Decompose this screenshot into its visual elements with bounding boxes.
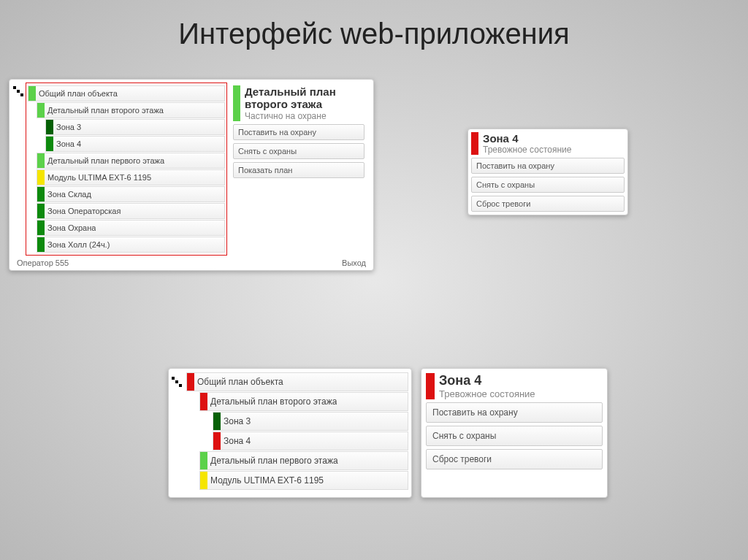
status-stripe <box>200 393 207 410</box>
action-disarm[interactable]: Снять с охраны <box>233 143 365 159</box>
status-stripe <box>200 452 207 469</box>
tree-item-label: Зона 3 <box>221 413 251 430</box>
action-arm[interactable]: Поставить на охрану <box>426 402 603 423</box>
panel-tree-alt: Общий план объектаДетальный план второго… <box>168 368 412 498</box>
detail-pane: Детальный план второго этажа Частично на… <box>227 83 370 256</box>
action-disarm[interactable]: Снять с охраны <box>426 426 603 446</box>
exit-link[interactable]: Выход <box>342 258 366 267</box>
status-stripe <box>28 86 36 101</box>
tree-item-label: Зона Охрана <box>45 220 96 235</box>
detail-status: Частично на охране <box>245 111 336 121</box>
tree-item-label: Общий план объекта <box>194 373 283 391</box>
tree-item-label: Модуль ULTIMA EXT-6 1195 <box>45 170 151 185</box>
tree-item-label: Детальный план первого этажа <box>207 452 338 469</box>
status-stripe <box>187 373 194 391</box>
operator-label: Оператор 555 <box>17 258 69 267</box>
action-reset-alarm[interactable]: Сброс тревоги <box>471 196 625 212</box>
status-stripe <box>200 472 207 489</box>
tree-pane: Общий план объектаДетальный план второго… <box>26 83 227 256</box>
status-stripe <box>46 137 53 151</box>
tree-item[interactable]: Зона 3 <box>213 412 408 431</box>
status-stripe <box>213 413 221 430</box>
tree-item[interactable]: Модуль ULTIMA EXT-6 1195 <box>199 471 408 490</box>
tree-item[interactable]: Зона Склад <box>37 186 225 202</box>
status-stripe <box>46 120 53 134</box>
panel-app-main: Общий план объектаДетальный план второго… <box>9 79 374 271</box>
action-show-plan[interactable]: Показать план <box>233 162 365 178</box>
tree-item-label: Детальный план первого этажа <box>45 153 164 168</box>
zone-status: Тревожное состояние <box>483 145 571 155</box>
status-bar: Оператор 555 Выход <box>12 256 370 267</box>
tree-item[interactable]: Модуль ULTIMA EXT-6 1195 <box>37 169 225 185</box>
detail-header: Детальный план второго этажа Частично на… <box>233 85 365 121</box>
zone-title: Зона 4 <box>439 373 535 388</box>
tree-item[interactable]: Зона Холл (24ч.) <box>37 237 225 253</box>
tree-item[interactable]: Зона 3 <box>45 119 225 135</box>
tree-item[interactable]: Детальный план второго этажа <box>199 392 408 411</box>
detail-title: Детальный план второго этажа <box>245 85 336 111</box>
status-stripe <box>37 237 45 252</box>
tree-item[interactable]: Зона 4 <box>213 431 408 450</box>
status-stripe <box>37 103 45 118</box>
status-stripe <box>213 432 221 450</box>
status-stripe <box>37 220 45 235</box>
zone-header: Зона 4 Тревожное состояние <box>471 132 625 155</box>
action-arm[interactable]: Поставить на охрану <box>233 124 365 140</box>
tree-item[interactable]: Детальный план первого этажа <box>37 153 225 169</box>
status-stripe <box>37 153 45 168</box>
status-stripe <box>37 204 45 218</box>
tree-item-label: Детальный план второго этажа <box>45 103 164 118</box>
tree-item-label: Общий план объекта <box>36 86 118 101</box>
tree-item-label: Зона 3 <box>53 120 81 134</box>
panel-zone-card-large: Зона 4 Тревожное состояние Поставить на … <box>421 368 608 498</box>
status-stripe <box>426 373 435 399</box>
tree-item-label: Детальный план второго этажа <box>207 393 337 410</box>
tree-item-label: Зона 4 <box>221 432 251 450</box>
action-arm[interactable]: Поставить на охрану <box>471 158 625 174</box>
action-reset-alarm[interactable]: Сброс тревоги <box>426 449 603 469</box>
action-disarm[interactable]: Снять с охраны <box>471 177 625 193</box>
status-stripe <box>37 187 45 202</box>
tree-item[interactable]: Зона Операторская <box>37 203 225 219</box>
tree-collapse-icon[interactable] <box>170 375 182 387</box>
zone-header: Зона 4 Тревожное состояние <box>426 373 603 399</box>
tree-item[interactable]: Зона 4 <box>45 136 225 152</box>
slide-title: Интерфейс web-приложения <box>0 0 748 50</box>
tree-item-label: Зона Операторская <box>45 204 121 218</box>
tree-item-label: Модуль ULTIMA EXT-6 1195 <box>207 472 324 489</box>
tree-item[interactable]: Общий план объекта <box>28 85 225 101</box>
tree-item[interactable]: Зона Охрана <box>37 220 225 236</box>
zone-title: Зона 4 <box>483 132 571 145</box>
tree-collapse-icon[interactable] <box>12 85 23 96</box>
status-stripe <box>37 170 45 185</box>
tree-item[interactable]: Детальный план первого этажа <box>199 451 408 470</box>
tree-item-label: Зона Холл (24ч.) <box>45 237 110 252</box>
tree-item[interactable]: Общий план объекта <box>186 372 408 391</box>
tree-item[interactable]: Детальный план второго этажа <box>37 102 225 118</box>
panel-zone-card: Зона 4 Тревожное состояние Поставить на … <box>468 129 628 215</box>
status-stripe <box>471 132 478 155</box>
zone-status: Тревожное состояние <box>439 388 535 399</box>
tree-item-label: Зона 4 <box>53 137 81 151</box>
status-stripe <box>233 85 240 121</box>
tree-item-label: Зона Склад <box>45 187 91 202</box>
